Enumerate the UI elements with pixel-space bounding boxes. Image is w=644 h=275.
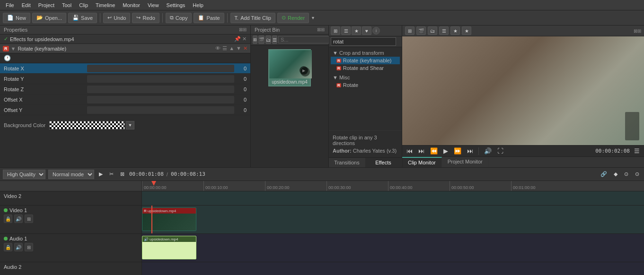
- render-button[interactable]: ⊙ Render: [277, 13, 309, 23]
- paste-button[interactable]: 📋 Paste: [194, 13, 224, 23]
- effects-section-misc-header[interactable]: ▼ Misc: [331, 74, 400, 81]
- play-timeline-btn[interactable]: ▶: [97, 171, 105, 178]
- menu-help[interactable]: Help: [189, 1, 207, 9]
- track-audio2[interactable]: [142, 262, 644, 275]
- audio1-mute-btn[interactable]: 🔊: [14, 243, 23, 251]
- rewind-button[interactable]: ⏪: [429, 147, 439, 155]
- effects-tab[interactable]: Effects: [365, 158, 402, 167]
- effects-pin-icon[interactable]: 📌: [234, 36, 241, 42]
- effects-info-icon[interactable]: i: [372, 27, 380, 34]
- timeline-settings-btn[interactable]: ⊙: [633, 171, 641, 178]
- effects-item-rotate-keyframable[interactable]: R Rotate (keyframable): [331, 57, 400, 64]
- cut-btn[interactable]: ✂: [107, 171, 115, 178]
- fast-forward-button[interactable]: ⏩: [452, 147, 463, 155]
- render-dropdown[interactable]: ▼: [311, 16, 315, 20]
- menu-settings[interactable]: Settings: [163, 1, 189, 9]
- undo-button[interactable]: ↩ Undo: [103, 13, 130, 23]
- track-video2[interactable]: [142, 191, 644, 206]
- preview-icon-3[interactable]: 🗂: [428, 26, 437, 35]
- offset-x-bar[interactable]: [87, 96, 234, 103]
- video-clip-1[interactable]: R upsidedown.mp4: [142, 207, 196, 231]
- track-audio1[interactable]: 🔊 upsidedown.mp4: [142, 234, 644, 262]
- effects-item-rotate[interactable]: R Rotate: [331, 81, 400, 89]
- menu-project[interactable]: Project: [35, 1, 58, 9]
- menu-monitor[interactable]: Monitor: [119, 1, 144, 9]
- effects-fav-icon[interactable]: ♥: [362, 26, 371, 35]
- rotate-y-row[interactable]: Rotate Y 0: [0, 74, 250, 84]
- razor-btn[interactable]: ⊠: [118, 171, 126, 178]
- rotate-up-icon[interactable]: ▲: [229, 45, 234, 52]
- bin-list-icon[interactable]: ⊞: [253, 35, 257, 44]
- copy-button[interactable]: ⧉ Copy: [166, 13, 192, 23]
- effects-item-rotate-shear[interactable]: R Rotate and Shear: [331, 64, 400, 72]
- rotate-z-bar[interactable]: [87, 86, 234, 93]
- rotate-down-icon[interactable]: ▼: [236, 45, 241, 52]
- offset-y-row[interactable]: Offset Y 0: [0, 105, 250, 115]
- volume-button[interactable]: 🔊: [483, 147, 493, 155]
- preview-icon-1[interactable]: ⊞: [405, 26, 415, 35]
- redo-button[interactable]: ↪ Redo: [132, 13, 159, 23]
- new-button[interactable]: 📄 New: [3, 13, 30, 23]
- audio1-lock-btn[interactable]: 🔒: [4, 243, 12, 251]
- title-icon: T.: [235, 15, 239, 21]
- step-back-button[interactable]: ⏭: [417, 147, 426, 155]
- audio1-expand-btn[interactable]: ⊞: [25, 243, 33, 251]
- rotate-x-bar[interactable]: [87, 65, 234, 72]
- timecode-menu-button[interactable]: ☰: [633, 147, 641, 155]
- rotate-x-row[interactable]: Rotate X 0: [0, 63, 250, 74]
- menu-timeline[interactable]: Timeline: [92, 1, 119, 9]
- bin-menu-icon[interactable]: ☰: [272, 35, 277, 44]
- bin-folder-icon[interactable]: 🗂: [265, 35, 271, 44]
- effects-section-crop-header[interactable]: ▼ Crop and transform: [331, 49, 400, 57]
- audio-clip-1[interactable]: 🔊 upsidedown.mp4: [142, 236, 196, 259]
- add-title-button[interactable]: T. Add Title Clip: [230, 13, 275, 23]
- fullscreen-button[interactable]: ⛶: [496, 147, 505, 155]
- mode-select[interactable]: Normal mode: [48, 170, 94, 179]
- quality-select[interactable]: High Quality: [3, 170, 45, 179]
- bin-clip-icon[interactable]: 🎬: [258, 35, 265, 44]
- rotate-expand-icon[interactable]: ▼: [11, 46, 16, 52]
- timeline-ruler[interactable]: 00:00:00:00 00:00:10:00 00:00:20:00 00:0…: [142, 181, 644, 191]
- offset-y-bar[interactable]: [87, 106, 234, 114]
- snap-btn[interactable]: 🔗: [599, 171, 609, 178]
- keyframe-clock-icon[interactable]: 🕐: [4, 55, 11, 61]
- preview-icon-4[interactable]: ☰: [439, 26, 449, 35]
- video1-mute-btn[interactable]: 🔊: [14, 215, 23, 223]
- rotate-y-bar[interactable]: [87, 75, 234, 83]
- effects-search-input[interactable]: [331, 37, 396, 46]
- rotate-eye-icon[interactable]: 👁: [215, 45, 221, 52]
- effects-check[interactable]: ✓: [4, 36, 8, 42]
- preview-icon-2[interactable]: 🎬: [416, 26, 426, 35]
- timeline-menu-btn[interactable]: ⊙: [622, 171, 630, 178]
- effects-close-icon[interactable]: ✕: [242, 36, 247, 42]
- track-video1[interactable]: R upsidedown.mp4: [142, 206, 644, 234]
- preview-icon-5[interactable]: ★: [450, 26, 460, 35]
- go-start-button[interactable]: ⏮: [405, 147, 414, 155]
- menu-file[interactable]: File: [2, 1, 18, 9]
- rotate-list-icon[interactable]: ☰: [222, 45, 227, 52]
- clip-monitor-tab[interactable]: Clip Monitor: [402, 157, 442, 167]
- marker-btn[interactable]: ◆: [612, 171, 619, 178]
- save-button[interactable]: 💾 Save: [68, 13, 97, 23]
- effects-grid-icon[interactable]: ⊞: [331, 26, 340, 35]
- offset-x-row[interactable]: Offset X 0: [0, 95, 250, 105]
- menu-edit[interactable]: Edit: [18, 1, 35, 9]
- menu-tool[interactable]: Tool: [58, 1, 75, 9]
- color-checker[interactable]: [49, 121, 125, 129]
- play-button[interactable]: ▶: [442, 147, 450, 155]
- menu-clip[interactable]: Clip: [75, 1, 92, 9]
- menu-view[interactable]: View: [144, 1, 163, 9]
- open-button[interactable]: 📂 Open...: [32, 13, 66, 23]
- video1-lock-btn[interactable]: 🔒: [4, 215, 12, 223]
- transitions-tab[interactable]: Transitions: [329, 158, 365, 167]
- clip-thumbnail[interactable]: ▶ upsidedown.mp4: [268, 49, 311, 86]
- project-monitor-tab[interactable]: Project Monitor: [442, 157, 489, 167]
- effects-star-icon[interactable]: ★: [352, 26, 361, 35]
- preview-icon-6[interactable]: ★: [462, 26, 471, 35]
- rotate-delete-icon[interactable]: ✕: [243, 45, 247, 52]
- step-forward-button[interactable]: ⏭: [466, 147, 475, 155]
- color-picker-button[interactable]: ▼: [126, 121, 134, 129]
- video1-expand-btn[interactable]: ⊞: [25, 215, 33, 223]
- rotate-z-row[interactable]: Rotate Z 0: [0, 84, 250, 95]
- effects-list-icon[interactable]: ☰: [341, 26, 351, 35]
